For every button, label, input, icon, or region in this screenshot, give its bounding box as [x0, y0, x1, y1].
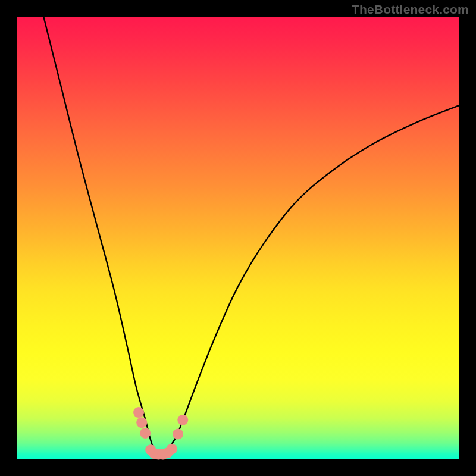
highlight-dot: [173, 428, 183, 439]
marker-group: [133, 407, 188, 459]
highlight-dot: [140, 428, 151, 439]
highlight-dot: [133, 407, 144, 418]
curve-layer: [17, 17, 459, 459]
bottleneck-curve-path: [44, 17, 459, 455]
highlight-dot: [177, 415, 188, 425]
highlight-dot: [167, 444, 177, 455]
chart-frame: TheBottleneck.com: [0, 0, 476, 476]
highlight-dot: [136, 417, 147, 428]
plot-area: [17, 17, 459, 459]
attribution-label: TheBottleneck.com: [352, 2, 469, 17]
